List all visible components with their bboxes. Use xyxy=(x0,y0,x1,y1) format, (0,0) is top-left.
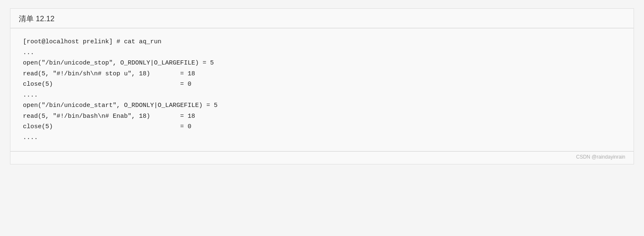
code-line: .... xyxy=(23,90,621,101)
main-container: 清单 12.12 [root@localhost prelink] # cat … xyxy=(10,8,634,164)
code-line: read(5, "#!/bin/bash\n# Enab", 18) = 18 xyxy=(23,111,621,122)
code-area: [root@localhost prelink] # cat aq_run...… xyxy=(10,28,634,151)
code-line: open("/bin/unicode_start", O_RDONLY|O_LA… xyxy=(23,100,621,111)
watermark: CSDN @raindayinrain xyxy=(10,152,634,164)
code-line: open("/bin/unicode_stop", O_RDONLY|O_LAR… xyxy=(23,58,621,69)
code-line: close(5) = 0 xyxy=(23,79,621,90)
code-line: read(5, "#!/bin/sh\n# stop u", 18) = 18 xyxy=(23,69,621,79)
code-line: close(5) = 0 xyxy=(23,122,621,132)
title-bar: 清单 12.12 xyxy=(10,9,634,28)
code-line: .... xyxy=(23,132,621,143)
code-block: [root@localhost prelink] # cat aq_run...… xyxy=(23,37,621,143)
page-title: 清单 12.12 xyxy=(19,15,54,23)
code-line: ... xyxy=(23,47,621,58)
code-line: [root@localhost prelink] # cat aq_run xyxy=(23,37,621,47)
